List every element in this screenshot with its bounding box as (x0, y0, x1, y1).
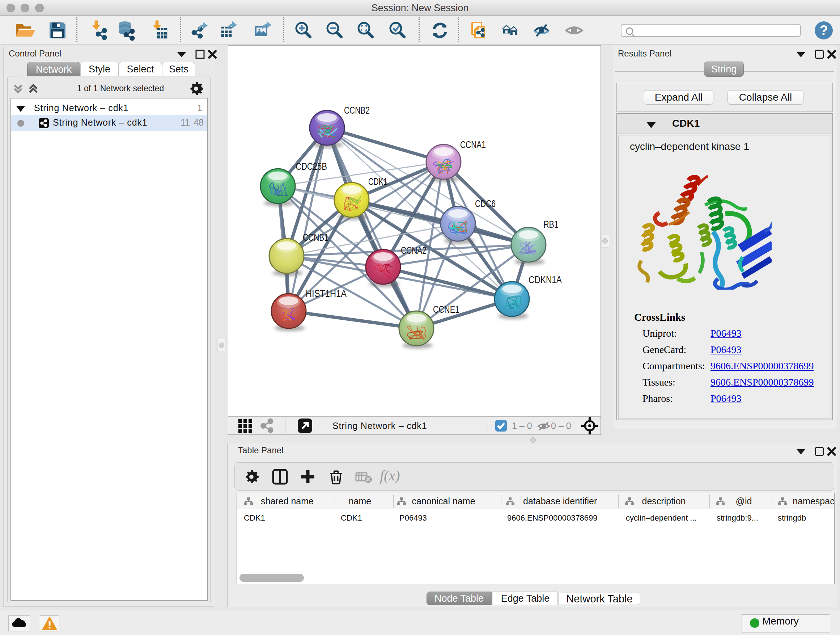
svg-text:CCNA2: CCNA2 (401, 245, 426, 256)
svg-text:CCNA1: CCNA1 (460, 139, 486, 150)
svg-text:CCNB1: CCNB1 (303, 232, 328, 243)
svg-text:CDKN1A: CDKN1A (529, 274, 562, 285)
svg-text:CDC25B: CDC25B (295, 161, 327, 172)
svg-text:HIST1H1A: HIST1H1A (306, 288, 347, 299)
svg-text:CDC6: CDC6 (475, 198, 496, 209)
svg-text:CCNB2: CCNB2 (344, 105, 370, 116)
svg-text:RB1: RB1 (543, 219, 559, 230)
svg-text:CCNE1: CCNE1 (433, 304, 459, 315)
svg-text:CDK1: CDK1 (368, 176, 387, 187)
